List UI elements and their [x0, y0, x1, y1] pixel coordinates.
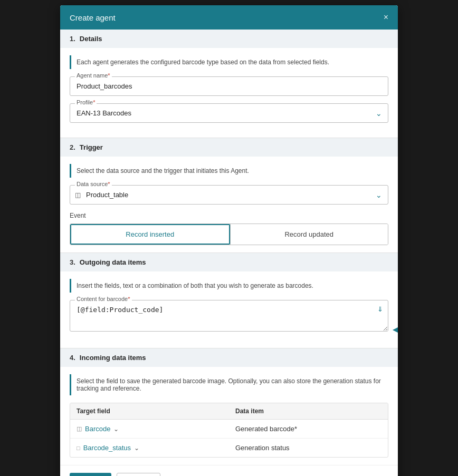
table-cell-barcode-field: ◫ Barcode ⌄	[70, 420, 229, 438]
trigger-info-text: Select the data source and the trigger t…	[77, 167, 249, 174]
create-agent-dialog: Create agent × 1. Details Each agent gen…	[60, 5, 398, 476]
profile-group: Profile* EAN-13 Barcodes ⌄	[70, 103, 388, 123]
dialog-header: Create agent ×	[60, 5, 398, 30]
table-row: ◫ Barcode ⌄ Generated barcode*	[70, 420, 388, 439]
insert-field-icon[interactable]: ⇓	[377, 305, 383, 313]
profile-label: Profile*	[75, 99, 97, 105]
status-field-icon: □	[77, 445, 80, 451]
section-incoming-header: 4. Incoming data items	[60, 348, 398, 367]
section-details-content: Each agent generates the configured barc…	[60, 48, 398, 138]
section-trigger-header: 2. Trigger	[60, 138, 398, 157]
incoming-info-note: Select the field to save the generated b…	[70, 374, 388, 395]
status-data-item-label: Generation status	[235, 444, 290, 452]
tooltip-arrow-icon	[393, 325, 398, 335]
profile-select[interactable]: EAN-13 Barcodes	[70, 103, 388, 123]
section-details-number: 1.	[70, 35, 75, 43]
outgoing-info-text: Insert the fields, text or a combination…	[77, 282, 313, 289]
content-barcode-wrapper: [@field:Product_code] ⇓	[70, 300, 388, 333]
section-outgoing-content: Insert the fields, text or a combination…	[60, 271, 398, 348]
outgoing-info-note: Insert the fields, text or a combination…	[70, 279, 388, 293]
agent-name-input[interactable]	[70, 76, 388, 96]
dialog-body: 1. Details Each agent generates the conf…	[60, 30, 398, 465]
table-header-target-field: Target field	[70, 403, 229, 419]
table-cell-status-field: □ Barcode_status ⌄	[70, 439, 229, 457]
barcode-field-icon: ◫	[77, 425, 82, 432]
incoming-table: Target field Data item ◫ Barcode ⌄ Gener…	[70, 403, 388, 458]
section-outgoing-header: 3. Outgoing data items	[60, 253, 398, 271]
event-group: Event Record inserted Record updated	[70, 212, 388, 245]
datasource-select-wrapper: ◫ Product_table ⌄	[70, 185, 388, 205]
cancel-button[interactable]: Cancel	[117, 473, 160, 476]
status-field-name[interactable]: Barcode_status	[83, 444, 131, 452]
details-info-text: Each agent generates the configured barc…	[77, 59, 329, 66]
content-barcode-textarea[interactable]: [@field:Product_code]	[70, 300, 388, 332]
section-incoming-content: Select the field to save the generated b…	[60, 367, 398, 465]
agent-name-group: Agent name*	[70, 76, 388, 96]
event-record-inserted-button[interactable]: Record inserted	[70, 224, 230, 245]
barcode-data-item-label: Generated barcode*	[235, 425, 297, 433]
trigger-info-note: Select the data source and the trigger t…	[70, 164, 388, 178]
incoming-info-text: Select the field to save the generated b…	[77, 377, 381, 392]
section-outgoing-label: Outgoing data items	[80, 258, 146, 266]
section-outgoing-number: 3.	[70, 258, 75, 266]
close-button[interactable]: ×	[384, 13, 388, 22]
section-trigger-number: 2.	[70, 143, 75, 151]
event-record-updated-button[interactable]: Record updated	[230, 224, 388, 245]
table-header: Target field Data item	[70, 403, 388, 420]
section-trigger-label: Trigger	[80, 143, 103, 151]
barcode-field-name[interactable]: Barcode	[85, 425, 110, 433]
content-barcode-label: Content for barcode*	[75, 296, 132, 302]
create-button[interactable]: Create	[70, 473, 111, 476]
section-incoming-label: Incoming data items	[80, 354, 146, 362]
datasource-table-icon: ◫	[75, 191, 81, 199]
table-cell-status-data-item: Generation status	[229, 439, 388, 457]
datasource-select[interactable]: Product_table	[70, 185, 388, 205]
table-header-data-item: Data item	[229, 403, 388, 419]
table-row: □ Barcode_status ⌄ Generation status	[70, 439, 388, 457]
profile-select-wrapper: EAN-13 Barcodes ⌄	[70, 103, 388, 123]
dialog-footer: Create Cancel	[60, 465, 398, 476]
agent-name-label: Agent name*	[75, 72, 112, 79]
details-info-note: Each agent generates the configured barc…	[70, 55, 388, 69]
section-trigger-content: Select the data source and the trigger t…	[60, 157, 398, 252]
table-cell-barcode-data-item: Generated barcode*	[229, 420, 388, 438]
section-details-label: Details	[80, 35, 102, 43]
content-barcode-group: Content for barcode* [@field:Product_cod…	[70, 300, 388, 333]
event-buttons: Record inserted Record updated	[70, 224, 388, 245]
section-details-header: 1. Details	[60, 30, 398, 48]
dialog-title: Create agent	[70, 13, 116, 22]
section-incoming-number: 4.	[70, 354, 75, 362]
barcode-field-dropdown-icon[interactable]: ⌄	[113, 425, 119, 433]
datasource-label: Data source*	[75, 181, 112, 187]
event-label: Event	[70, 212, 388, 219]
status-field-dropdown-icon[interactable]: ⌄	[134, 444, 139, 452]
datasource-group: Data source* ◫ Product_table ⌄	[70, 185, 388, 205]
